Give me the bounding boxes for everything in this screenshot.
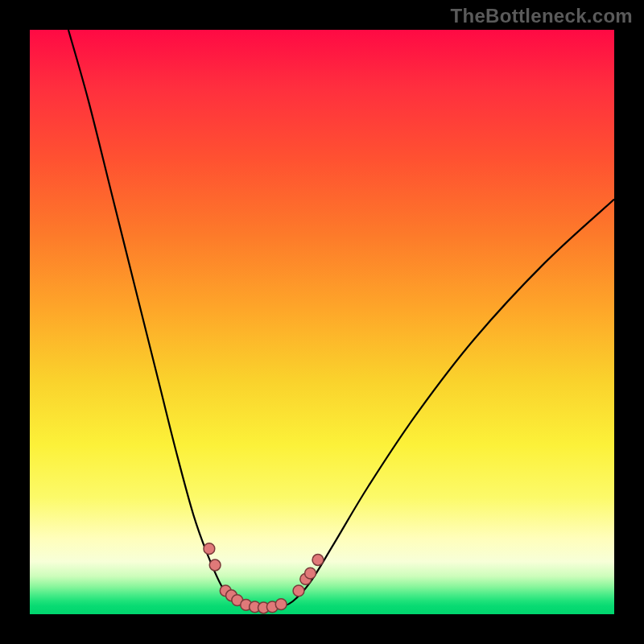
data-marker xyxy=(275,599,287,610)
data-marker xyxy=(312,555,324,566)
data-marker xyxy=(204,543,215,555)
data-marker xyxy=(209,559,221,571)
watermark-text: TheBottleneck.com xyxy=(451,5,633,27)
chart-frame: TheBottleneck.com xyxy=(0,0,644,644)
bottleneck-curve xyxy=(68,30,614,609)
data-marker xyxy=(293,585,304,597)
chart-svg xyxy=(30,30,614,614)
marker-group xyxy=(204,543,324,613)
data-marker xyxy=(305,568,316,579)
plot-area xyxy=(30,30,614,614)
